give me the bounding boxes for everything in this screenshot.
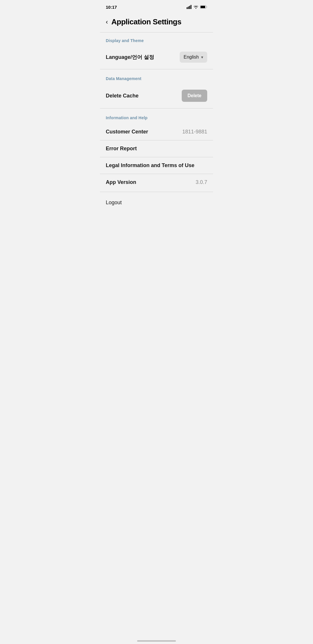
language-selector[interactable]: English ▾ xyxy=(180,52,207,63)
info-help-header: Information and Help xyxy=(100,110,213,124)
svg-rect-0 xyxy=(187,7,188,9)
legal-info-label: Legal Information and Terms of Use xyxy=(106,162,194,169)
info-help-section: Information and Help Customer Center 181… xyxy=(100,110,213,191)
error-report-row[interactable]: Error Report xyxy=(100,140,213,157)
data-management-header: Data Management xyxy=(100,70,213,84)
delete-cache-label: Delete Cache xyxy=(106,93,139,99)
status-time: 10:17 xyxy=(106,5,117,10)
svg-rect-5 xyxy=(201,6,205,8)
logout-label: Logout xyxy=(106,200,122,206)
battery-icon xyxy=(200,5,207,9)
back-chevron-icon: ‹ xyxy=(106,19,108,25)
display-theme-header: Display and Theme xyxy=(100,32,213,46)
delete-cache-button[interactable]: Delete xyxy=(182,90,207,102)
delete-cache-row: Delete Cache Delete xyxy=(100,84,213,107)
display-theme-section: Display and Theme Language/언어 설정 English… xyxy=(100,32,213,68)
signal-icon xyxy=(187,5,192,9)
status-icons xyxy=(187,5,207,9)
app-version-value: 3.0.7 xyxy=(196,179,207,185)
app-version-label: App Version xyxy=(106,179,136,185)
customer-center-label: Customer Center xyxy=(106,129,148,135)
section-divider-2 xyxy=(100,108,213,108)
svg-rect-1 xyxy=(188,7,189,9)
status-bar: 10:17 xyxy=(100,0,213,13)
header: ‹ Application Settings xyxy=(100,13,213,32)
legal-info-row[interactable]: Legal Information and Terms of Use xyxy=(100,157,213,174)
svg-rect-3 xyxy=(191,5,192,9)
customer-center-row[interactable]: Customer Center 1811-9881 xyxy=(100,124,213,140)
language-label: Language/언어 설정 xyxy=(106,54,154,61)
app-version-row: App Version 3.0.7 xyxy=(100,174,213,191)
data-management-section: Data Management Delete Cache Delete xyxy=(100,70,213,107)
back-button[interactable]: ‹ xyxy=(105,18,109,26)
section-divider-1 xyxy=(100,69,213,69)
section-divider-3 xyxy=(100,192,213,192)
error-report-label: Error Report xyxy=(106,146,137,152)
logout-row[interactable]: Logout xyxy=(100,193,213,212)
wifi-icon xyxy=(194,5,198,9)
page-title: Application Settings xyxy=(111,17,181,26)
language-row[interactable]: Language/언어 설정 English ▾ xyxy=(100,46,213,68)
svg-rect-2 xyxy=(189,6,190,9)
language-value: English xyxy=(184,55,199,60)
chevron-down-icon: ▾ xyxy=(201,55,203,59)
customer-center-value: 1811-9881 xyxy=(182,129,207,135)
